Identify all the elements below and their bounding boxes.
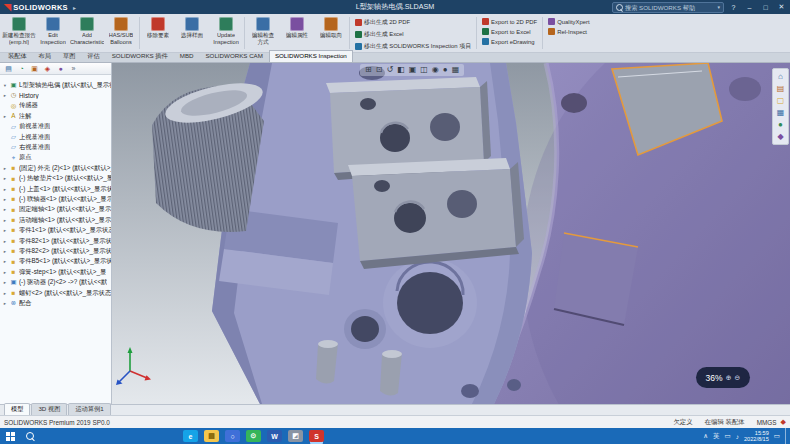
view-palette-icon[interactable]: ▦ — [777, 108, 785, 117]
custom-properties-icon[interactable]: ◆ — [777, 132, 783, 141]
minimize-button[interactable]: – — [743, 1, 756, 13]
expand-arrow-icon[interactable]: ▸ — [2, 114, 8, 119]
tray-expand-icon[interactable]: ∧ — [703, 432, 708, 440]
command-tab-2[interactable]: 布局 — [33, 50, 57, 62]
tree-item-8[interactable]: ⌖原点 — [0, 153, 111, 163]
model-step-block[interactable] — [554, 233, 638, 325]
search-dropdown-icon[interactable]: ▾ — [717, 4, 720, 10]
file-explorer-icon[interactable]: ▢ — [777, 96, 785, 105]
expand-arrow-icon[interactable]: ▾ — [2, 83, 8, 88]
edit-inspection-button[interactable]: EditInspection — [36, 15, 70, 51]
edit-inspection-method-button[interactable]: 编辑检查方式 — [246, 15, 280, 51]
dimxpertmanager-tab-icon[interactable]: ◈ — [43, 65, 52, 72]
expand-arrow-icon[interactable]: ▸ — [2, 239, 8, 244]
export-inspection-project-button[interactable]: 移出生成 SOLIDWORKS Inspection 项目 — [355, 42, 471, 51]
task-pane-resources-icon[interactable]: ⌂ — [778, 72, 783, 81]
tree-item-6[interactable]: ▱上视基准面 — [0, 132, 111, 142]
edit-orientation-button[interactable]: 编辑取向 — [314, 15, 348, 51]
expand-arrow-icon[interactable]: ▸ — [2, 218, 8, 223]
featuremanager-tab-icon[interactable]: ▤ — [4, 65, 13, 72]
custom-properties-tag-icon[interactable]: ◆ — [781, 418, 786, 426]
start-button[interactable] — [0, 428, 20, 444]
taskbar-search-button[interactable] — [20, 428, 40, 444]
maximize-button[interactable]: □ — [759, 1, 772, 13]
tree-item-4[interactable]: ▸A注解 — [0, 111, 111, 121]
command-tab-7[interactable]: SOLIDWORKS CAM — [199, 50, 268, 62]
command-tab-1[interactable]: 装配体 — [2, 50, 33, 62]
panel-tab-2[interactable]: 3D 视图 — [31, 403, 67, 415]
tree-item-17[interactable]: ▸■零件82<2> (默认<<默认>_显示状 — [0, 246, 111, 256]
expand-arrow-icon[interactable]: ▸ — [2, 301, 8, 306]
tree-item-20[interactable]: ▸▣(-) 驱动器 (2)<2> ->? (默认<<默 — [0, 277, 111, 287]
close-button[interactable]: ✕ — [775, 1, 788, 13]
displaymanager-tab-icon[interactable]: ● — [56, 65, 65, 72]
network-icon[interactable]: ▭ — [725, 432, 731, 440]
tree-item-19[interactable]: ▸■弹簧-step<1> (默认<<默认>_显 — [0, 267, 111, 277]
wechat-icon[interactable]: ⊙ — [246, 430, 261, 442]
propertymanager-tab-icon[interactable]: ◔ — [17, 65, 26, 72]
zoom-area-icon[interactable]: ⊡ — [376, 65, 383, 75]
expand-arrow-icon[interactable]: ▸ — [2, 166, 8, 171]
export-2d-pdf-button[interactable]: 移出生成 2D PDF — [355, 18, 471, 27]
expand-arrow-icon[interactable]: ▸ — [2, 280, 8, 285]
expand-arrow-icon[interactable]: ▸ — [2, 176, 8, 181]
expand-arrow-icon[interactable]: ▸ — [2, 207, 8, 212]
expand-arrow-icon[interactable]: ▸ — [2, 228, 8, 233]
design-library-icon[interactable]: ▤ — [777, 84, 785, 93]
command-tab-8[interactable]: SOLIDWORKS Inspection — [269, 50, 353, 62]
appearance-icon[interactable]: ● — [443, 65, 448, 75]
browser-icon[interactable]: ○ — [225, 430, 240, 442]
tree-item-3[interactable]: ◎传感器 — [0, 101, 111, 111]
expand-arrow-icon[interactable]: ▸ — [2, 270, 8, 275]
section-view-icon[interactable]: ◧ — [397, 65, 405, 75]
tree-item-10[interactable]: ▸■(-) 热敏垫片<1> (默认<<默认>_显示状 — [0, 174, 111, 184]
image-viewer-icon[interactable]: ◩ — [288, 430, 303, 442]
export-to-2d-pdf-button[interactable]: Export to 2D PDF — [482, 18, 537, 25]
status-units[interactable]: MMGS — [757, 419, 777, 426]
export-to-excel-button[interactable]: Export to Excel — [482, 28, 537, 35]
panel-expand-icon[interactable]: » — [69, 65, 78, 72]
tree-item-21[interactable]: ▸■螺钉<2> (默认<<默认>_显示状态 — [0, 288, 111, 298]
command-tab-3[interactable]: 草图 — [57, 50, 81, 62]
scene-icon[interactable]: ▦ — [452, 65, 460, 75]
office-icon[interactable]: W — [267, 430, 282, 442]
tree-item-1[interactable]: ▾▣L型架轴热电偶 (默认<默认_显示状态- — [0, 80, 111, 90]
solidworks-icon[interactable]: S — [309, 430, 324, 442]
tree-item-11[interactable]: ▸■(-) 上盖<1> (默认<<默认>_显示状态 — [0, 184, 111, 194]
edge-icon[interactable]: e — [183, 430, 198, 442]
display-style-icon[interactable]: ◫ — [420, 65, 428, 75]
file-explorer-icon[interactable]: ▤ — [204, 430, 219, 442]
expand-arrow-icon[interactable]: ▸ — [2, 291, 8, 296]
tree-item-9[interactable]: ▸■(固定) 外壳 (2)<1> (默认<<默认>_显示状 — [0, 163, 111, 173]
qualityxpert-button[interactable]: QualityXpert — [548, 18, 589, 25]
update-inspection-button[interactable]: UpdateInspection — [209, 15, 243, 51]
balloons-button[interactable]: HAS/SUBBalloons — [104, 15, 138, 51]
zoom-fit-icon[interactable]: ⊞ — [365, 65, 372, 75]
taskbar-clock[interactable]: 15:59 2022/8/15 — [744, 430, 769, 443]
status-definition[interactable]: 欠定义 — [673, 418, 692, 427]
rel-inspect-button[interactable]: Rel-Inspect — [548, 28, 589, 35]
tree-item-13[interactable]: ▸■固定端轴<1> (默认<<默认>_显示状 — [0, 205, 111, 215]
expand-arrow-icon[interactable]: ▸ — [2, 259, 8, 264]
tree-item-16[interactable]: ▸■零件82<1> (默认<<默认>_显示状 — [0, 236, 111, 246]
command-tab-6[interactable]: MBD — [174, 50, 200, 62]
add-characteristic-button[interactable]: AddCharacteristic — [70, 15, 104, 51]
tree-item-22[interactable]: ▸⊚配合 — [0, 298, 111, 308]
menu-expand-arrow-icon[interactable]: ▸ — [73, 4, 76, 11]
tree-item-5[interactable]: ▱前视基准面 — [0, 122, 111, 132]
appearances-icon[interactable]: ● — [778, 120, 783, 129]
3d-model-canvas[interactable] — [112, 63, 790, 404]
help-button[interactable]: ? — [727, 1, 740, 13]
graphics-area[interactable]: ⊞⊡↺◧▣◫◉●▦ ⌂▤▢▦●◆ 36% ⊕ ⊖ — [112, 63, 790, 404]
action-center-icon[interactable]: ▭ — [774, 432, 780, 440]
new-inspection-report-button[interactable]: 新建检查报告(emp.hl) — [2, 15, 36, 51]
export-excel-button[interactable]: 移出生成 Excel — [355, 30, 471, 39]
model-block-lower[interactable] — [348, 158, 524, 269]
configurationmanager-tab-icon[interactable]: ▣ — [30, 65, 39, 72]
status-editing[interactable]: 在编辑 装配体 — [705, 418, 745, 427]
panel-tab-1[interactable]: 模型 — [4, 403, 30, 415]
volume-icon[interactable]: ♪ — [736, 433, 739, 440]
help-search[interactable]: ▾ — [612, 2, 724, 13]
edit-properties-button[interactable]: 编辑属性 — [280, 15, 314, 51]
export-edrawing-button[interactable]: Export eDrawing — [482, 38, 537, 45]
